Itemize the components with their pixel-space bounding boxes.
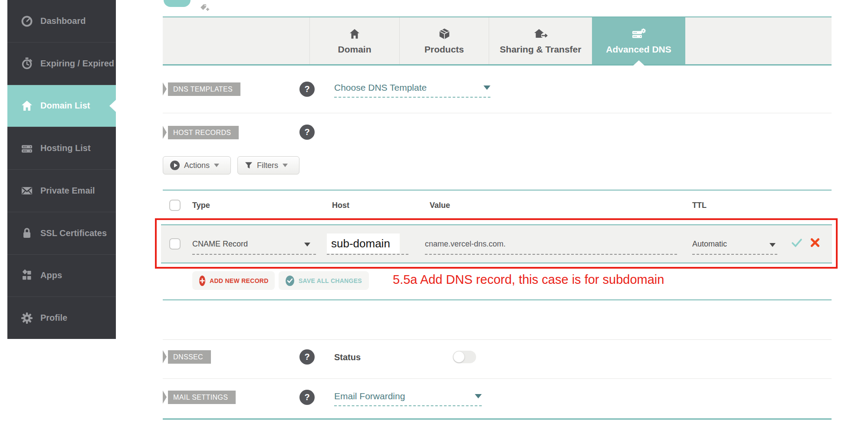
section-bottom-rule	[163, 299, 832, 300]
funnel-icon	[245, 161, 253, 169]
host-input[interactable]	[327, 233, 400, 253]
envelope-icon	[20, 184, 33, 197]
tab-label: Advanced DNS	[606, 44, 671, 55]
sidebar-item-apps[interactable]: Apps	[7, 255, 116, 297]
dnssec-badge: DNSSEC	[168, 350, 211, 364]
sidebar-item-label: Domain List	[40, 101, 90, 111]
save-all-changes-button[interactable]: SAVE ALL CHANGES	[279, 271, 369, 290]
chevron-down-icon	[483, 85, 490, 90]
stopwatch-icon	[20, 57, 33, 70]
namecheap-domain-page: Dashboard Expiring / Expired Domain List	[0, 0, 868, 424]
sidebar-item-label: SSL Certificates	[40, 228, 107, 238]
chevron-down-icon	[304, 243, 310, 247]
box-icon	[438, 27, 451, 40]
sidebar-item-label: Hosting List	[40, 143, 91, 153]
column-header-value: Value	[430, 201, 450, 210]
dnssec-help-icon[interactable]: ?	[299, 349, 315, 365]
play-circle-icon	[170, 161, 180, 170]
tabbar-trail-spacer	[685, 17, 832, 64]
ttl-dropdown[interactable]: Automatic	[692, 240, 727, 249]
main-content: Domain Products Sharing & Transfer	[163, 0, 832, 424]
server-icon	[20, 142, 33, 155]
tab-label: Products	[424, 44, 464, 55]
dashboard-gauge-icon	[20, 14, 33, 27]
delete-x-icon[interactable]	[810, 238, 820, 247]
section-divider	[163, 113, 832, 113]
email-forwarding-dropdown[interactable]: Email Forwarding	[334, 391, 482, 406]
sidebar: Dashboard Expiring / Expired Domain List	[7, 0, 116, 339]
sidebar-item-label: Private Email	[40, 186, 95, 196]
add-tag-icon[interactable]	[199, 3, 211, 13]
chevron-down-icon	[475, 394, 482, 398]
column-header-type: Type	[192, 201, 210, 210]
tab-label: Sharing & Transfer	[500, 44, 582, 55]
apps-grid-icon	[20, 269, 33, 282]
tab-advanced-dns[interactable]: Advanced DNS	[592, 17, 685, 64]
home-outline-icon	[348, 27, 361, 40]
ttl-field-underline	[692, 254, 777, 255]
sidebar-item-label: Profile	[40, 313, 67, 323]
column-header-ttl: TTL	[692, 201, 707, 210]
mail-settings-badge: MAIL SETTINGS	[168, 391, 236, 404]
host-field-underline	[327, 254, 408, 255]
active-item-notch	[109, 100, 116, 112]
sidebar-item-label: Apps	[40, 270, 62, 280]
value-field-underline	[425, 254, 677, 255]
choose-dns-template-dropdown[interactable]: Choose DNS Template	[334, 82, 490, 98]
gear-icon	[20, 312, 33, 325]
section-divider	[163, 339, 832, 340]
tab-sharing-transfer[interactable]: Sharing & Transfer	[489, 17, 592, 64]
sidebar-item-dashboard[interactable]: Dashboard	[7, 0, 116, 43]
dns-record-row: CNAME Record cname.vercel-dns.com. Autom…	[161, 224, 832, 263]
tab-label: Domain	[338, 44, 371, 55]
column-header-host: Host	[332, 201, 349, 210]
padlock-icon	[20, 227, 33, 240]
page-bottom-rule	[163, 418, 832, 420]
sidebar-item-profile[interactable]: Profile	[7, 297, 116, 339]
record-type-dropdown[interactable]: CNAME Record	[192, 240, 248, 249]
sidebar-item-label: Dashboard	[40, 16, 85, 26]
sidebar-item-hosting-list[interactable]: Hosting List	[7, 127, 116, 170]
dns-templates-help-icon[interactable]: ?	[299, 82, 315, 97]
tabbar-lead-spacer	[163, 17, 309, 64]
domain-tabbar: Domain Products Sharing & Transfer	[163, 16, 832, 66]
chevron-down-icon	[769, 243, 776, 247]
section-divider	[163, 378, 832, 379]
dns-templates-badge: DNS TEMPLATES	[168, 82, 240, 96]
actions-button[interactable]: Actions	[163, 156, 231, 174]
select-all-checkbox[interactable]	[169, 200, 181, 211]
dnssec-status-label: Status	[334, 352, 361, 362]
tab-domain[interactable]: Domain	[309, 17, 399, 64]
tab-products[interactable]: Products	[399, 17, 489, 64]
toggle-knob	[454, 352, 464, 362]
home-icon	[20, 99, 33, 112]
active-tab-notch	[633, 60, 644, 66]
annotation-text: 5.5a Add DNS record, this case is for su…	[393, 273, 664, 287]
check-circle-icon	[286, 276, 294, 286]
dnssec-toggle[interactable]	[453, 351, 476, 363]
plus-circle-icon	[199, 276, 205, 286]
sidebar-item-label: Expiring / Expired	[40, 59, 114, 69]
mail-settings-help-icon[interactable]: ?	[299, 390, 315, 405]
row-checkbox[interactable]	[169, 238, 181, 250]
filters-button[interactable]: Filters	[237, 156, 299, 174]
server-gear-icon	[631, 27, 646, 40]
sidebar-item-private-email[interactable]: Private Email	[7, 170, 116, 212]
add-new-record-button[interactable]: ADD NEW RECORD	[192, 271, 275, 290]
sidebar-item-domain-list[interactable]: Domain List	[7, 85, 116, 128]
table-top-rule	[163, 190, 832, 191]
type-field-underline	[192, 254, 316, 255]
record-value-field[interactable]: cname.vercel-dns.com.	[425, 240, 506, 249]
chevron-down-icon	[283, 164, 288, 167]
host-records-badge: HOST RECORDS	[168, 126, 239, 139]
sidebar-item-expiring-expired[interactable]: Expiring / Expired	[7, 43, 116, 85]
chevron-down-icon	[214, 164, 219, 167]
house-arrow-icon	[533, 27, 549, 40]
domain-avatar	[164, 0, 191, 7]
confirm-check-icon[interactable]	[791, 238, 802, 248]
sidebar-item-ssl-certificates[interactable]: SSL Certificates	[7, 212, 116, 255]
host-records-help-icon[interactable]: ?	[299, 125, 315, 140]
